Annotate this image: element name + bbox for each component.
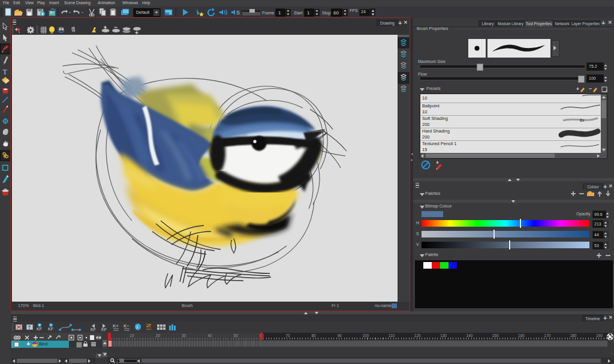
- svg-text:KF: KF: [48, 327, 53, 331]
- svg-text:8x: 8x: [580, 118, 585, 122]
- svg-text:K+: K+: [113, 323, 119, 329]
- svg-text:1: 1: [278, 10, 281, 16]
- svg-text:S: S: [236, 10, 240, 16]
- svg-text:KF: KF: [37, 327, 42, 331]
- svg-text:T: T: [3, 68, 8, 76]
- svg-text:1: 1: [307, 10, 310, 16]
- svg-text:Frame: Frame: [262, 11, 274, 15]
- svg-text:Default: Default: [136, 10, 149, 14]
- svg-text:60: 60: [333, 10, 339, 16]
- svg-text:K−: K−: [124, 323, 130, 329]
- svg-text:Start: Start: [294, 11, 303, 15]
- svg-text:2x: 2x: [580, 131, 585, 136]
- svg-text:Stop: Stop: [322, 11, 331, 16]
- svg-text:KF: KF: [101, 327, 107, 332]
- svg-text:KF: KF: [91, 327, 96, 332]
